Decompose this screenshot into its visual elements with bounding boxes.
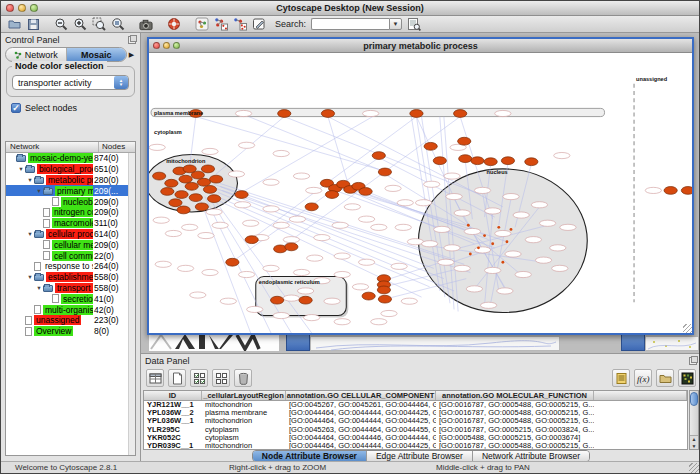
tab-network-attribute-browser[interactable]: Network Attribute Browser xyxy=(473,451,589,461)
advanced-search-button[interactable] xyxy=(407,17,421,31)
tree-row-mosaic-demo-yeast[interactable]: mosaic-demo-yeast874(0) xyxy=(6,153,135,164)
table-row-ypl036w-2[interactable]: YPL036W__2plasma membrane[GO:0044464, GO… xyxy=(144,409,687,417)
tab-edge-attribute-browser[interactable]: Edge Attribute Browser xyxy=(367,451,473,461)
search-dropdown-button[interactable]: ▼ xyxy=(389,18,402,30)
network-canvas[interactable]: plasma membranecytoplasmmitochondrionnuc… xyxy=(149,53,692,333)
network-close-button[interactable] xyxy=(153,42,160,49)
table-scrollbar-thumb[interactable] xyxy=(690,392,698,406)
float-panel-icon[interactable] xyxy=(128,36,136,44)
apply-layout-button[interactable] xyxy=(214,17,228,31)
tab-network[interactable]: Network xyxy=(6,48,67,61)
expander-icon[interactable]: ▼ xyxy=(26,231,34,237)
delete-attribute-button[interactable] xyxy=(234,369,252,387)
column-header-annotation-go-cellular-component[interactable]: annotation.GO CELLULAR_COMPONENT xyxy=(286,391,436,400)
table-row-yjr121w-1[interactable]: YJR121W__1mitochondrion[GO:0045267, GO:0… xyxy=(144,401,687,409)
node-count: 614(0) xyxy=(94,229,119,240)
table-scrollbar-arrows[interactable]: ▲▼ xyxy=(690,435,698,449)
open-session-button[interactable] xyxy=(7,17,21,31)
tree-row-label: establishment of lo xyxy=(46,272,93,282)
window-resize-grip[interactable] xyxy=(689,463,699,473)
expander-icon[interactable]: ▼ xyxy=(17,166,25,172)
tree-row-macromolecule[interactable]: macromolecule311(0) xyxy=(6,218,135,229)
yellow-list-icon xyxy=(615,372,628,385)
table-scrollbar[interactable]: ▲▼ xyxy=(689,390,699,450)
tree-row-response-to-stimul[interactable]: response to stimul264(0) xyxy=(6,261,135,272)
new-attribute-button[interactable] xyxy=(168,369,186,387)
gene-label-node xyxy=(182,224,198,230)
table-cell: [GO:0016787, GO:0005488, GO:0005215, G..… xyxy=(436,417,594,425)
column-header-cellularlayoutregion[interactable]: _cellularLayoutRegion xyxy=(202,391,286,400)
expander-icon[interactable]: ▼ xyxy=(26,177,34,183)
tree-row-unassigned[interactable]: unassigned223(0) xyxy=(6,315,135,326)
gene-node xyxy=(433,157,446,165)
apply-layout-alt-button[interactable] xyxy=(233,17,247,31)
table-cell: [GO:0044464, GO:0044444, GO:0044425, G..… xyxy=(286,417,436,425)
tree-row-nitrogen-compo[interactable]: nitrogen compo209(0) xyxy=(6,207,135,218)
network-zoom-button[interactable] xyxy=(173,42,180,49)
folder-icon xyxy=(34,274,44,281)
tree-row-cellular-metabo[interactable]: cellular metabo209(0) xyxy=(6,239,135,250)
import-attributes-button[interactable] xyxy=(656,369,674,387)
float-panel-icon[interactable] xyxy=(689,357,697,365)
select-nodes-checkbox[interactable]: ✓ xyxy=(11,103,21,113)
tree-row-transport[interactable]: ▼transport558(0) xyxy=(6,283,135,294)
zoom-out-button[interactable] xyxy=(54,17,68,31)
tree-row-establishment-of-lo[interactable]: ▼establishment of lo558(0) xyxy=(6,272,135,283)
tree-row-primary-metabo[interactable]: ▼primary metabo209(... xyxy=(6,185,135,196)
table-row-ypl036w-1[interactable]: YPL036W__1mitochondrion[GO:0044464, GO:0… xyxy=(144,417,687,425)
network-minimize-button[interactable] xyxy=(163,42,170,49)
attribute-list-button[interactable] xyxy=(612,369,630,387)
zoom-in-button[interactable] xyxy=(73,17,87,31)
window-resize-grip[interactable] xyxy=(683,324,692,333)
tree-row-secretion[interactable]: secretion41(0) xyxy=(6,293,135,304)
attribute-table-button[interactable] xyxy=(146,369,164,387)
gene-label-node xyxy=(212,222,228,228)
column-header-id[interactable]: ID xyxy=(144,391,202,400)
node-color-select[interactable]: transporter activity ▲▼ xyxy=(12,75,129,90)
tree-row-metabolic-process[interactable]: ▼metabolic process280(0) xyxy=(6,175,135,186)
network-window-titlebar[interactable]: primary metabolic process xyxy=(149,39,692,53)
tree-row-cell-communicat[interactable]: cell communicat22(0) xyxy=(6,250,135,261)
help-button[interactable] xyxy=(167,17,181,31)
gene-label-node xyxy=(307,255,323,261)
column-header-annotation-go-molecular-function[interactable]: annotation.GO MOLECULAR_FUNCTION xyxy=(436,391,594,400)
zoom-button[interactable] xyxy=(30,4,38,12)
expander-icon[interactable]: ▼ xyxy=(26,274,34,280)
compartment-label-plasma-membrane: plasma membrane xyxy=(154,110,203,116)
function-builder-button[interactable]: f(x) xyxy=(634,369,652,387)
tab-node-attribute-browser[interactable]: Node Attribute Browser xyxy=(253,451,367,461)
compartment-label-endoplasmic-reticulum: endoplasmic reticulum xyxy=(259,279,320,285)
annotation-button[interactable] xyxy=(252,17,266,31)
search-input[interactable] xyxy=(311,18,389,30)
tree-row-biological-process[interactable]: ▼biological_process651(0) xyxy=(6,164,135,175)
export-image-button[interactable] xyxy=(139,17,153,31)
column-header-empty[interactable] xyxy=(594,391,687,400)
table-cell xyxy=(594,401,687,409)
tab-mosaic[interactable]: Mosaic xyxy=(67,48,127,61)
gene-label-node xyxy=(552,265,568,271)
tree-column-nodes[interactable]: Nodes xyxy=(99,142,135,152)
tree-row-multi-organism-pro[interactable]: multi-organism pro42(0) xyxy=(6,304,135,315)
close-button[interactable] xyxy=(6,4,14,12)
table-row-ykr052c[interactable]: YKR052Ccytoplasm[GO:0044464, GO:0044446,… xyxy=(144,434,687,442)
tree-scrollbar[interactable] xyxy=(128,153,135,455)
zoom-selected-button[interactable] xyxy=(92,17,106,31)
tree-row-cellular-process[interactable]: ▼cellular process614(0) xyxy=(6,229,135,240)
attribute-matrix-button[interactable] xyxy=(678,369,696,387)
minimize-button[interactable] xyxy=(18,4,26,12)
expander-icon[interactable]: ▼ xyxy=(35,285,43,291)
expander-icon[interactable]: ▼ xyxy=(35,188,43,194)
table-row-ylr295c[interactable]: YLR295Ccytoplasm[GO:0045263, GO:0044464,… xyxy=(144,426,687,434)
select-attributes-button[interactable] xyxy=(190,369,208,387)
gene-label-node xyxy=(550,245,566,251)
tree-row-overview[interactable]: Overview8(0) xyxy=(6,326,135,337)
gene-node xyxy=(245,236,258,244)
unselect-attributes-button[interactable] xyxy=(212,369,230,387)
vizmapper-button[interactable] xyxy=(195,17,209,31)
gene-label-node xyxy=(334,253,350,259)
save-session-button[interactable] xyxy=(26,17,40,31)
tab-scroll-right-icon[interactable]: ▶ xyxy=(127,51,136,59)
tree-column-network[interactable]: Network xyxy=(6,142,99,152)
zoom-fit-button[interactable] xyxy=(111,17,125,31)
tree-row-nucleobase[interactable]: nucleobase-209(0) xyxy=(6,196,135,207)
